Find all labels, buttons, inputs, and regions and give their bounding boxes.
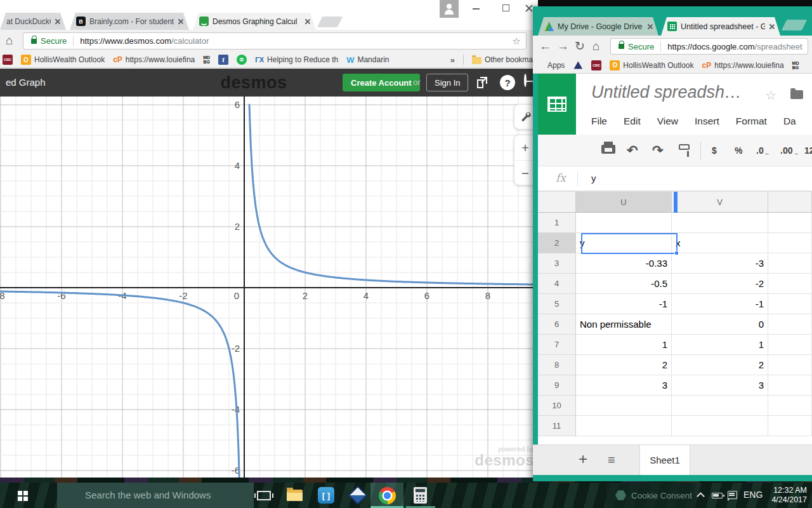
cell[interactable] (672, 213, 768, 233)
row-header-10[interactable]: 10 (538, 396, 576, 416)
help-icon[interactable]: ? (500, 75, 515, 90)
browser-tab[interactable]: My Drive - Google Drive (538, 17, 658, 36)
bookmark-item[interactable]: OHollisWealth Outlook (21, 55, 105, 65)
bookmark-item[interactable] (237, 55, 247, 65)
row-header-5[interactable]: 5 (538, 294, 576, 314)
bookmark-item[interactable] (463, 55, 464, 65)
print-icon[interactable] (601, 145, 615, 154)
bookmark-item[interactable]: cPhttps://www.louiefina (702, 60, 784, 70)
row-header-8[interactable]: 8 (538, 355, 576, 375)
cell[interactable]: 2 (672, 355, 768, 375)
paint-format-icon[interactable] (679, 144, 690, 150)
graph-title[interactable]: ed Graph (6, 77, 46, 88)
sign-in-button[interactable]: Sign In (426, 74, 468, 91)
cell[interactable] (576, 416, 672, 436)
browser-tab[interactable]: Untitled spreadsheet - G (661, 17, 780, 36)
cell[interactable]: Non permissable (576, 314, 672, 335)
browser-tab[interactable]: Desmos Graphing Calcul (193, 13, 316, 30)
close-tab-icon[interactable] (768, 22, 776, 31)
formula-bar[interactable]: fx y (538, 166, 812, 192)
home-icon[interactable]: ⌂ (593, 39, 599, 54)
bookmark-item[interactable]: CIBC (591, 60, 601, 70)
row-header-1[interactable]: 1 (538, 213, 576, 233)
bookmark-item[interactable]: f (218, 55, 228, 65)
grid-corner[interactable] (538, 192, 576, 213)
battery-icon[interactable] (712, 493, 723, 498)
cell[interactable] (768, 396, 812, 416)
sheets-logo-icon[interactable] (538, 74, 576, 135)
format-percent-button[interactable]: % (735, 142, 742, 159)
cell[interactable] (768, 355, 812, 375)
cell[interactable] (768, 274, 812, 294)
row-header-2[interactable]: 2 (538, 233, 576, 253)
more-formats-button[interactable]: 123 (804, 142, 812, 159)
cell[interactable]: -0.33 (576, 253, 672, 274)
menu-da[interactable]: Da (783, 116, 796, 127)
globe-icon[interactable] (524, 74, 527, 87)
close-tab-icon[interactable] (303, 17, 312, 26)
row-header-4[interactable]: 4 (538, 274, 576, 294)
bookmark-item[interactable]: » (450, 55, 455, 65)
graph-canvas[interactable]: -8-6-4-202468-6-4-2246 (0, 97, 538, 478)
cell[interactable]: 3 (576, 375, 672, 396)
close-tab-icon[interactable] (646, 22, 655, 31)
cell[interactable] (768, 253, 812, 274)
function-curve[interactable] (0, 291, 240, 478)
chrome-button[interactable] (372, 483, 402, 508)
bookmark-item[interactable]: ΓXHelping to Reduce th (255, 55, 338, 65)
row-header-11[interactable]: 11 (538, 416, 576, 436)
virtualbox-button[interactable] (343, 483, 373, 508)
star-icon[interactable]: ☆ (765, 88, 776, 103)
cell[interactable] (768, 213, 812, 233)
cell[interactable]: 1 (576, 335, 672, 355)
function-curve[interactable] (249, 105, 537, 284)
home-icon[interactable]: ⌂ (6, 33, 13, 48)
taskbar-search-input[interactable]: Search the web and Windows (57, 483, 254, 508)
forward-icon[interactable]: → (557, 39, 569, 54)
create-account-button[interactable]: Create Account (343, 74, 420, 91)
decrease-decimal-button[interactable]: .0← (756, 142, 770, 159)
start-button[interactable] (0, 483, 44, 508)
add-sheet-button[interactable]: + (579, 450, 587, 468)
bookmark-item[interactable]: MDBG (203, 55, 210, 65)
menu-view[interactable]: View (657, 116, 678, 127)
bookmark-star-icon[interactable]: ☆ (513, 36, 521, 47)
back-icon[interactable]: ← (539, 39, 551, 54)
calculator-button[interactable] (405, 483, 435, 508)
address-bar[interactable]: Secure https://docs.google.com /spreadsh… (610, 38, 808, 55)
cell[interactable]: x (672, 233, 768, 253)
cell[interactable]: 1 (672, 335, 768, 355)
cell[interactable]: -1 (672, 294, 768, 314)
column-header-U[interactable]: U (576, 192, 672, 213)
undo-icon[interactable]: ↶ (627, 142, 638, 159)
format-currency-button[interactable]: $ (712, 142, 717, 159)
spreadsheet-title[interactable]: Untitled spreadsh… (591, 83, 742, 102)
cell[interactable] (768, 335, 812, 355)
row-header-6[interactable]: 6 (538, 314, 576, 335)
bookmark-item[interactable]: CIBC (3, 55, 13, 65)
menu-insert[interactable]: Insert (695, 116, 719, 127)
cell[interactable]: 0 (672, 314, 768, 335)
cookie-consent-toast[interactable]: Cookie Consent (606, 483, 695, 508)
close-tab-icon[interactable] (53, 17, 62, 26)
cell[interactable] (672, 416, 768, 436)
cell[interactable] (576, 213, 672, 233)
bookmark-item[interactable] (573, 60, 583, 70)
cell[interactable] (768, 294, 812, 314)
action-center-icon[interactable] (728, 491, 737, 499)
bracket-app-button[interactable]: [ ] (311, 483, 341, 508)
file-explorer-button[interactable] (279, 483, 310, 508)
cell[interactable] (768, 314, 812, 335)
cell[interactable] (576, 396, 672, 416)
browser-tab[interactable]: at DuckDuckG (0, 13, 66, 30)
bookmark-item[interactable]: WMandarin (346, 55, 389, 65)
fill-handle[interactable] (674, 251, 679, 255)
cell[interactable] (672, 396, 768, 416)
task-view-button[interactable] (249, 483, 279, 508)
row-header-9[interactable]: 9 (538, 375, 576, 396)
cell[interactable]: 2 (576, 355, 672, 375)
cell[interactable]: -3 (672, 253, 768, 274)
folder-icon[interactable] (790, 90, 803, 99)
column-header-V[interactable]: V (672, 192, 768, 213)
row-header-7[interactable]: 7 (538, 335, 576, 355)
